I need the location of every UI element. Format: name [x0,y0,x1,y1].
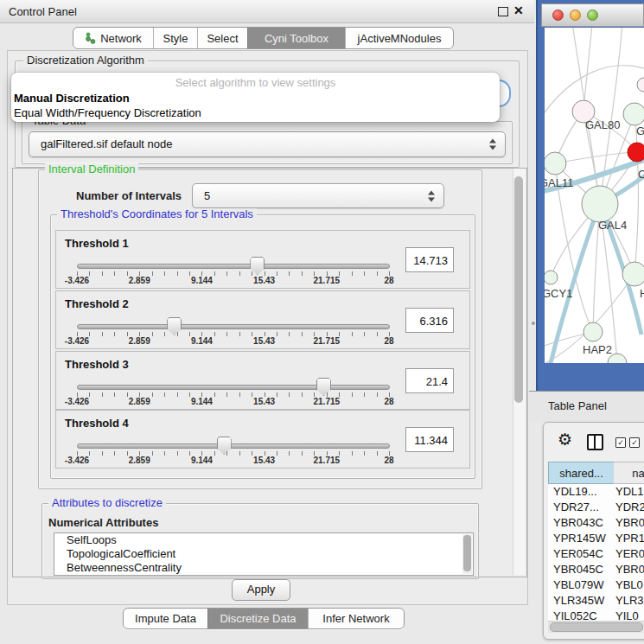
dropdown-prompt-item[interactable]: Select algorithm to view settings [11,76,500,89]
attribute-item[interactable]: TopologicalCoefficient [54,547,473,561]
checkbox-icon[interactable]: ✓ [615,437,626,448]
dropdown-option-manual-discretization[interactable]: Manual Discretization [14,92,130,105]
slider-tick-label: 2.859 [129,397,150,406]
split-columns-icon[interactable] [587,434,603,450]
threshold-2-value-field[interactable]: 6.316 [405,308,454,333]
mac-minimize-button[interactable] [570,10,581,21]
num-intervals-combobox[interactable]: 5 [192,183,444,208]
network-edge[interactable] [555,152,637,163]
threshold-4-panel: Threshold 4 -3.4262.8599.14415.4321.7152… [55,410,470,469]
threshold-3-slider-track[interactable] [77,385,390,390]
float-window-icon[interactable] [498,7,508,16]
table-cell: YDR27... [553,500,599,515]
network-node[interactable] [545,152,566,175]
slider-tick-label: -3.426 [65,276,89,285]
list-scrollbar-thumb[interactable] [463,535,471,571]
network-node[interactable] [622,262,644,286]
network-node[interactable] [583,322,603,341]
table-row[interactable]: YER054CYER0 [548,546,644,562]
tab-jactivemnodules-label: jActiveMNodules [358,32,442,45]
threshold-3-tick-labels: -3.4262.8599.14415.4321.71528 [77,397,389,407]
table-row[interactable]: YPR145WYPR1 [548,531,644,546]
table-cell: YPR1 [615,531,644,546]
threshold-4-slider-track[interactable] [77,443,390,449]
network-node[interactable] [582,186,618,222]
tab-jactivemnodules[interactable]: jActiveMNodules [345,28,453,48]
num-intervals-label: Number of Intervals [76,189,182,202]
thresholds-group-title: Threshold's Coordinates for 5 Intervals [57,208,257,220]
tab-cyni-toolbox[interactable]: Cyni Toolbox [247,28,345,48]
table-cell: YER054C [553,546,603,562]
list-scrollbar-track[interactable] [462,534,472,574]
table-cell: YIL0 [615,609,639,621]
slider-tick-label: -3.426 [65,397,89,406]
tab-select[interactable]: Select [197,28,247,48]
slider-tick-label: 28 [384,397,393,406]
table-data-combobox[interactable]: galFiltered.sif default node [29,131,506,157]
horizontal-scrollbar-thumb[interactable] [550,622,643,632]
tab-style[interactable]: Style [153,28,197,48]
table-row[interactable]: YDL19...YDL1 [548,484,644,500]
network-node[interactable] [637,78,644,92]
network-node[interactable] [545,271,558,284]
table-cell: YDR2 [615,500,644,515]
panel-divider-handle[interactable] [532,322,535,325]
tab-network[interactable]: Network [73,28,153,48]
network-canvas[interactable]: GAL80GACGAL11GAL4GCY1HHAP2 [545,28,644,363]
slider-tick-label: 21.715 [314,397,341,406]
threshold-4-value-field[interactable]: 11.344 [405,427,454,452]
threshold-3-panel: Threshold 3 -3.4262.8599.14415.4321.7152… [55,351,470,410]
threshold-1-panel: Threshold 1 -3.4262.8599.14415.4321.7152… [55,230,470,289]
column-header-shared-name[interactable]: shared... [548,462,615,484]
network-node[interactable] [628,143,644,162]
table-row[interactable]: YDR27...YDR2 [548,500,644,515]
table-panel-title: Table Panel [548,399,607,412]
table-cell: YBL0 [615,577,643,593]
slider-tick-label: 21.715 [314,336,341,346]
slider-tick-label: 9.144 [191,397,213,406]
network-node-label: GAL4 [598,219,627,232]
gear-icon[interactable]: ⚙ [558,431,572,448]
table-row[interactable]: YBR043CYBR0 [548,515,644,531]
combo-spinner-icon [428,190,435,201]
slider-tick-label: 28 [384,456,393,465]
numerical-attributes-list[interactable]: SelfLoops TopologicalCoefficient Between… [54,532,474,576]
slider-tick-label: 21.715 [314,276,341,285]
network-node[interactable] [623,103,644,125]
dropdown-option-equal-width-frequency[interactable]: Equal Width/Frequency Discretization [14,106,201,119]
threshold-1-value-field[interactable]: 14.713 [405,247,454,272]
threshold-1-slider-track[interactable] [77,264,390,269]
table-row[interactable]: YIL052CYIL0 [548,609,644,621]
slider-tick-label: 15.43 [253,336,275,346]
slider-tick-label: 15.43 [253,456,275,465]
attribute-item[interactable]: SelfLoops [54,533,473,547]
attribute-item[interactable]: BetweennessCentrality [54,561,473,575]
apply-button[interactable]: Apply [232,579,290,601]
column-header-name[interactable]: name [614,462,644,484]
slider-tick-label: 9.144 [191,336,213,346]
threshold-4-label: Threshold 4 [65,417,129,430]
tab-discretize-data[interactable]: Discretize Data [207,609,308,628]
slider-tick-label: 2.859 [129,276,150,285]
threshold-4-tick-labels: -3.4262.8599.14415.4321.71528 [77,456,389,466]
network-edge[interactable] [583,28,592,112]
mac-close-button[interactable] [552,10,564,21]
close-icon[interactable]: ✕ [513,3,524,17]
vertical-scrollbar-thumb[interactable] [514,176,523,403]
app-root: Control Panel ✕ Network Style Select Cyn… [0,0,644,644]
checkbox-icon[interactable]: ✓ [629,437,640,448]
table-cell: YDL19... [553,484,597,500]
table-row[interactable]: YBR045CYBR0 [548,562,644,577]
table-row[interactable]: YBL079WYBL0 [548,577,644,593]
network-edge[interactable] [600,28,622,204]
slider-tick-label: 9.144 [191,276,213,285]
tab-infer-network[interactable]: Infer Network [308,609,404,628]
table-row[interactable]: YLR345WYLR3 [548,593,644,609]
threshold-2-slider-track[interactable] [77,324,390,329]
mac-zoom-button[interactable] [587,10,598,21]
numerical-attributes-label: Numerical Attributes [48,516,158,529]
tab-impute-data[interactable]: Impute Data [124,609,207,628]
tab-select-label: Select [207,32,238,45]
threshold-3-value-field[interactable]: 21.4 [405,368,454,393]
bottom-tab-bar: Impute Data Discretize Data Infer Networ… [123,608,405,629]
